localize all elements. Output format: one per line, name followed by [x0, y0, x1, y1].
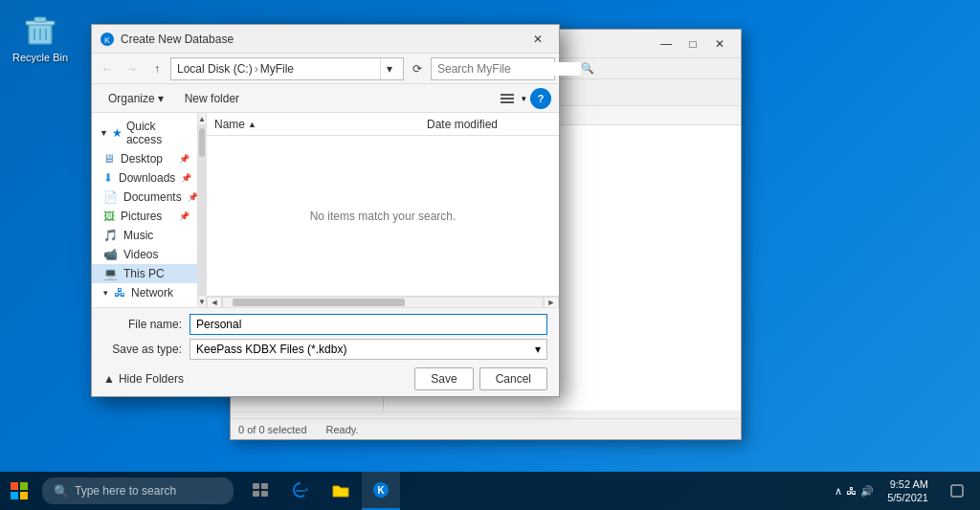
taskbar-keepass-button[interactable]: K — [362, 472, 400, 510]
sidebar-item-this-pc[interactable]: 💻 This PC — [92, 264, 197, 283]
keepass-ready-status: Ready. — [326, 424, 359, 435]
save-button[interactable]: Save — [414, 367, 473, 390]
new-folder-button[interactable]: New folder — [176, 88, 248, 109]
svg-rect-23 — [20, 492, 28, 499]
sidebar-item-desktop[interactable]: 🖥 Desktop 📌 — [92, 149, 197, 168]
hide-folders-button[interactable]: ▲ Hide Folders — [103, 372, 184, 386]
file-dialog-bottom: File name: Personal Save as type: KeePas… — [92, 307, 559, 396]
sidebar-item-network[interactable]: ▾ 🖧 Network — [92, 283, 197, 302]
taskbar-search-icon: 🔍 — [54, 484, 69, 499]
col-date-label: Date modified — [427, 118, 498, 131]
notification-button[interactable] — [942, 472, 972, 510]
music-icon: 🎵 — [103, 229, 118, 242]
taskbar-search-text: Type here to search — [75, 484, 176, 498]
organize-chevron-icon: ▾ — [158, 92, 164, 105]
svg-rect-24 — [253, 483, 259, 489]
keepass-maximize-button[interactable]: □ — [679, 33, 706, 55]
keepass-selected-status: 0 of 0 selected — [238, 424, 307, 435]
dialog-window-controls: ✕ — [524, 29, 551, 50]
quick-access-header[interactable]: ▼ ★ Quick access — [92, 117, 197, 149]
scroll-track — [198, 124, 206, 296]
taskbar-time[interactable]: 9:52 AM 5/5/2021 — [880, 477, 936, 505]
network-tray-icon[interactable]: 🖧 — [846, 485, 857, 497]
file-name-label: File name: — [103, 318, 189, 331]
sidebar-item-music[interactable]: 🎵 Music — [92, 226, 197, 245]
hide-folders-chevron-icon: ▲ — [103, 372, 115, 386]
cancel-button[interactable]: Cancel — [479, 367, 547, 390]
keepass-minimize-button[interactable]: — — [653, 33, 679, 55]
svg-rect-20 — [11, 482, 18, 490]
left-panel-scrollbar: ▲ ▼ — [198, 113, 206, 307]
network-icon: 🖧 — [114, 286, 125, 299]
sidebar-pictures-label: Pictures — [121, 210, 162, 223]
volume-tray-icon[interactable]: 🔊 — [860, 485, 874, 498]
file-left-panel: ▼ ★ Quick access 🖥 Desktop 📌 ⬇ Downloads… — [92, 113, 198, 307]
svg-rect-25 — [261, 483, 268, 489]
file-action-bar: Organize ▾ New folder ▾ ? — [92, 84, 559, 113]
svg-text:K: K — [377, 485, 385, 496]
sidebar-videos-label: Videos — [123, 248, 158, 261]
svg-rect-17 — [501, 94, 514, 96]
recycle-bin-label: Recycle Bin — [12, 52, 68, 63]
scroll-up-button[interactable]: ▲ — [198, 113, 206, 124]
desktop-icon: 🖥 — [103, 152, 115, 166]
file-search-input[interactable] — [437, 62, 581, 76]
recycle-bin-icon[interactable]: Recycle Bin — [11, 10, 69, 63]
scroll-track-horizontal[interactable] — [222, 297, 544, 308]
col-name-label: Name — [214, 118, 245, 131]
pictures-icon: 🖼 — [103, 210, 115, 223]
svg-rect-19 — [501, 101, 514, 103]
sidebar-item-documents[interactable]: 📄 Documents 📌 — [92, 188, 197, 207]
file-right-panel: Name ▲ Date modified No items match your… — [207, 113, 559, 307]
keepass-close-button[interactable]: ✕ — [706, 33, 733, 55]
taskbar-task-view-button[interactable] — [241, 472, 279, 510]
organize-button[interactable]: Organize ▾ — [100, 88, 172, 109]
path-dropdown-button[interactable]: ▾ — [380, 58, 397, 79]
hide-folders-label: Hide Folders — [119, 372, 184, 386]
file-name-value: Personal — [196, 318, 241, 331]
horizontal-scrollbar: ◄ ► — [207, 296, 559, 307]
svg-rect-2 — [34, 17, 46, 22]
taskbar-edge-button[interactable] — [281, 472, 320, 510]
time-display: 9:52 AM — [887, 477, 928, 491]
file-name-input[interactable]: Personal — [189, 314, 547, 335]
scroll-down-button[interactable]: ▼ — [198, 296, 206, 307]
scroll-right-button[interactable]: ► — [544, 297, 559, 308]
date-display: 5/5/2021 — [887, 491, 928, 504]
keepass-statusbar: 0 of 0 selected Ready. — [231, 418, 741, 439]
tray-chevron-icon[interactable]: ∧ — [835, 485, 842, 498]
quick-access-chevron-icon: ▼ — [100, 128, 108, 138]
videos-icon: 📹 — [103, 248, 118, 261]
sidebar-item-downloads[interactable]: ⬇ Downloads 📌 — [92, 168, 197, 188]
taskbar-search-box[interactable]: 🔍 Type here to search — [42, 477, 234, 504]
dialog-close-button[interactable]: ✕ — [524, 29, 551, 50]
file-refresh-button[interactable]: ⟳ — [406, 57, 429, 80]
file-path-bar[interactable]: Local Disk (C:) › MyFile ▾ — [170, 57, 404, 80]
quick-access-icon: ★ — [112, 126, 122, 140]
scroll-left-button[interactable]: ◄ — [207, 297, 222, 308]
dialog-action-buttons: Save Cancel — [414, 367, 547, 390]
sidebar-item-videos[interactable]: 📹 Videos — [92, 245, 197, 264]
col-name-header[interactable]: Name ▲ — [214, 118, 427, 131]
sidebar-item-pictures[interactable]: 🖼 Pictures 📌 — [92, 207, 197, 226]
file-toolbar: ← → ↑ Local Disk (C:) › MyFile ▾ ⟳ 🔍 — [92, 54, 559, 84]
path-sep1: › — [255, 62, 258, 76]
file-type-value: KeePass KDBX Files (*.kdbx) — [196, 343, 346, 356]
desktop: Recycle Bin K KeePass — □ ✕ File Group E… — [0, 0, 980, 510]
taskbar-tray: ∧ 🖧 🔊 — [835, 485, 874, 498]
file-col-headers: Name ▲ Date modified — [207, 113, 559, 136]
start-button[interactable] — [0, 472, 38, 510]
help-button[interactable]: ? — [530, 88, 551, 109]
file-type-dropdown[interactable]: KeePass KDBX Files (*.kdbx) ▾ — [189, 339, 547, 360]
taskbar-right: ∧ 🖧 🔊 9:52 AM 5/5/2021 — [835, 472, 980, 510]
svg-rect-26 — [253, 491, 259, 497]
col-date-header[interactable]: Date modified — [427, 118, 551, 131]
search-icon: 🔍 — [581, 62, 594, 75]
dialog-titlebar: K Create New Database ✕ — [92, 25, 559, 54]
nav-forward-button[interactable]: → — [121, 57, 144, 80]
view-options: ▾ ? — [497, 88, 551, 109]
taskbar-explorer-button[interactable] — [322, 472, 360, 510]
nav-up-button[interactable]: ↑ — [145, 57, 168, 80]
view-options-button[interactable] — [497, 88, 518, 109]
nav-back-button[interactable]: ← — [96, 57, 119, 80]
